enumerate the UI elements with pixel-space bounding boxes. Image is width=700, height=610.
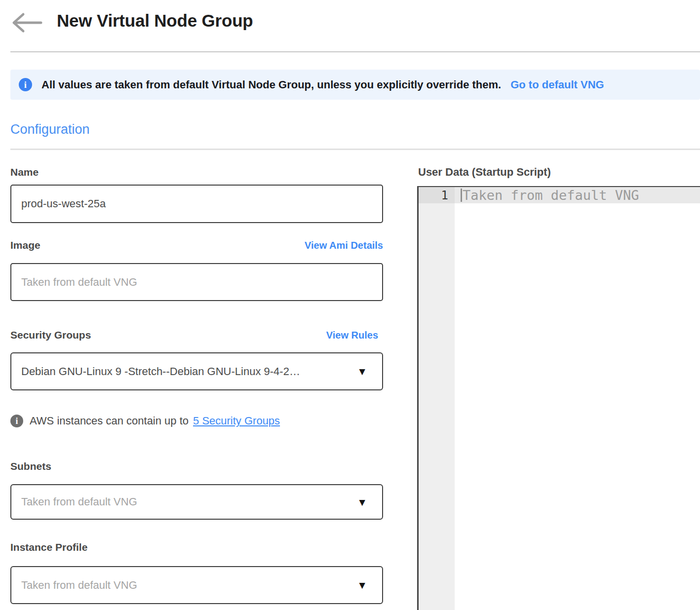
go-to-default-vng-link[interactable]: Go to default VNG bbox=[510, 78, 604, 91]
editor-placeholder: Taken from default VNG bbox=[463, 188, 639, 203]
info-icon: i bbox=[19, 78, 32, 91]
view-ami-details-link[interactable]: View Ami Details bbox=[305, 240, 383, 251]
user-data-label: User Data (Startup Script) bbox=[418, 166, 551, 179]
page-title: New Virtual Node Group bbox=[57, 11, 253, 31]
name-label: Name bbox=[10, 166, 39, 178]
security-groups-selected-value: Debian GNU-Linux 9 -Stretch--Debian GNU-… bbox=[21, 365, 349, 378]
instance-profile-select[interactable]: Taken from default VNG ▼ bbox=[10, 566, 383, 604]
new-virtual-node-group-page: New Virtual Node Group i All values are … bbox=[0, 0, 700, 610]
security-groups-select[interactable]: Debian GNU-Linux 9 -Stretch--Debian GNU-… bbox=[10, 352, 383, 390]
instance-profile-label: Instance Profile bbox=[10, 541, 87, 553]
name-input[interactable] bbox=[10, 185, 383, 223]
header-divider bbox=[10, 51, 700, 52]
caret-down-icon: ▼ bbox=[357, 497, 367, 507]
text-cursor bbox=[461, 189, 462, 202]
section-divider bbox=[10, 149, 700, 150]
user-data-editor[interactable]: 1 Taken from default VNG bbox=[417, 186, 700, 610]
subnets-placeholder: Taken from default VNG bbox=[21, 496, 349, 508]
info-icon: i bbox=[10, 415, 23, 427]
subnets-label-row: Subnets bbox=[10, 460, 383, 472]
view-rules-link[interactable]: View Rules bbox=[326, 330, 378, 341]
security-groups-label-row: Security Groups View Rules bbox=[10, 329, 383, 341]
editor-gutter: 1 bbox=[419, 187, 455, 610]
instance-profile-label-row: Instance Profile bbox=[10, 541, 383, 553]
image-label: Image bbox=[10, 239, 40, 251]
image-label-row: Image View Ami Details bbox=[10, 239, 383, 251]
back-arrow-icon bbox=[11, 12, 42, 33]
banner-text: All values are taken from default Virtua… bbox=[41, 78, 501, 91]
default-vng-banner: i All values are taken from default Virt… bbox=[10, 70, 700, 100]
note-text: AWS instances can contain up to bbox=[30, 415, 189, 427]
subnets-select[interactable]: Taken from default VNG ▼ bbox=[10, 484, 383, 520]
editor-code-area[interactable]: Taken from default VNG bbox=[455, 187, 700, 610]
instance-profile-placeholder: Taken from default VNG bbox=[21, 579, 349, 592]
security-groups-label: Security Groups bbox=[10, 329, 91, 341]
caret-down-icon: ▼ bbox=[357, 580, 367, 590]
five-security-groups-link[interactable]: 5 Security Groups bbox=[193, 415, 280, 427]
caret-down-icon: ▼ bbox=[357, 366, 367, 377]
subnets-label: Subnets bbox=[10, 460, 51, 472]
security-groups-note: i AWS instances can contain up to 5 Secu… bbox=[10, 415, 280, 427]
back-button[interactable] bbox=[11, 12, 42, 33]
name-label-row: Name bbox=[10, 166, 383, 178]
configuration-section-title: Configuration bbox=[10, 122, 90, 137]
editor-active-line: Taken from default VNG bbox=[455, 187, 700, 203]
image-input[interactable] bbox=[10, 263, 383, 301]
editor-line-number: 1 bbox=[419, 187, 455, 203]
